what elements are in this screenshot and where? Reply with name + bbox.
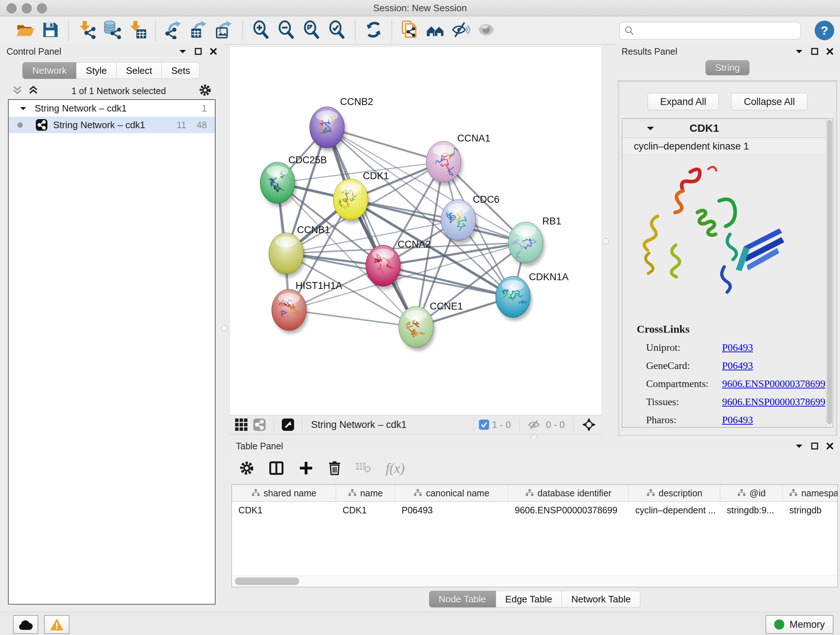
network-view-canvas[interactable]: CCNB2CCNA1CDC25BCDK1CDC6RB1CCNB1CCNA2CDK… xyxy=(229,47,602,415)
zoom-out-button[interactable] xyxy=(276,20,297,41)
memory-status-dot xyxy=(774,619,784,630)
panel-close-icon[interactable] xyxy=(826,48,834,55)
selected-items-checkbox[interactable] xyxy=(479,420,489,430)
duplicate-network-button[interactable] xyxy=(400,20,421,41)
panel-float-icon[interactable] xyxy=(195,48,202,55)
left-splitter-handle[interactable] xyxy=(221,325,227,331)
import-network-from-file-button[interactable] xyxy=(76,20,97,41)
card-scrollbar[interactable] xyxy=(826,119,833,427)
selected-counts: 1 - 0 xyxy=(492,419,511,431)
grid-view-icon[interactable] xyxy=(235,418,248,431)
glass-ball-effect-button[interactable] xyxy=(476,20,497,41)
network-options-gear-icon[interactable] xyxy=(199,84,211,98)
search-box[interactable] xyxy=(619,22,801,40)
network-node-CDKN1A[interactable]: CDKN1A xyxy=(496,272,569,321)
column-header-namespace[interactable]: namespace xyxy=(783,485,838,502)
collapse-all-button[interactable]: Collapse All xyxy=(731,93,807,111)
network-dot-icon xyxy=(17,122,23,128)
crosslink-value-1[interactable]: P06493 xyxy=(722,360,753,371)
collection-expander-icon[interactable] xyxy=(19,106,27,111)
column-header--id[interactable]: @id xyxy=(720,485,783,502)
protein-card-header[interactable]: CDK1 xyxy=(622,119,833,138)
crosslink-row: Tissues:9606.ENSP00000378699 xyxy=(637,396,833,408)
column-header-database-identifier[interactable]: database identifier xyxy=(508,485,629,502)
table-row[interactable]: CDK1CDK1P064939606.ENSP00000378699cyclin… xyxy=(232,502,838,519)
import-network-from-database-button[interactable] xyxy=(102,20,123,41)
crosslink-value-0[interactable]: P06493 xyxy=(722,342,753,353)
network-share-icon[interactable] xyxy=(253,418,265,431)
crosslink-value-2[interactable]: 9606.ENSP00000378699 xyxy=(722,378,825,390)
tab-node-table[interactable]: Node Table xyxy=(429,591,496,608)
protein-card-expander-icon[interactable] xyxy=(646,126,655,131)
network-node-CCNA1[interactable]: CCNA1 xyxy=(426,133,491,186)
delete-row-button[interactable] xyxy=(328,461,341,476)
window-title: Session: New Session xyxy=(0,3,840,14)
add-row-button[interactable] xyxy=(299,461,313,475)
export-table-button[interactable] xyxy=(189,20,210,41)
tab-network-table[interactable]: Network Table xyxy=(562,591,640,608)
memory-button[interactable]: Memory xyxy=(766,615,834,634)
network-node-CCNB2[interactable]: CCNB2 xyxy=(309,96,373,151)
tab-edge-table[interactable]: Edge Table xyxy=(496,591,562,608)
network-node-CCNE1[interactable]: CCNE1 xyxy=(399,301,463,351)
network-node-RB1[interactable]: RB1 xyxy=(508,216,561,266)
function-builder-button[interactable]: f(x) xyxy=(386,460,405,476)
panel-float-icon[interactable] xyxy=(811,442,818,450)
search-input[interactable] xyxy=(635,24,801,38)
refresh-network-view-button[interactable] xyxy=(363,20,384,41)
crosslink-value-3[interactable]: 9606.ENSP00000378699 xyxy=(722,396,825,408)
network-node-CDK1[interactable]: CDK1 xyxy=(333,171,389,223)
tab-sets[interactable]: Sets xyxy=(162,62,200,79)
cloud-services-button[interactable] xyxy=(13,615,38,634)
column-header-shared-name[interactable]: shared name xyxy=(232,485,336,502)
delete-table-button[interactable] xyxy=(356,463,371,473)
column-header-canonical-name[interactable]: canonical name xyxy=(395,485,508,502)
right-splitter-handle[interactable] xyxy=(603,238,609,244)
open-session-button[interactable] xyxy=(14,20,35,41)
column-header-name[interactable]: name xyxy=(336,485,395,502)
network-node-CDC6[interactable]: CDC6 xyxy=(441,194,500,244)
birdseye-view-icon[interactable] xyxy=(282,418,294,431)
table-horizontal-scrollbar[interactable] xyxy=(232,576,837,587)
zoom-in-icon xyxy=(252,20,271,41)
save-session-button[interactable] xyxy=(40,20,61,41)
network-row[interactable]: String Network – cdk1 11 48 xyxy=(9,117,215,133)
panel-menu-icon[interactable] xyxy=(795,443,803,448)
fit-selected-crosshair-icon[interactable] xyxy=(582,417,596,432)
zoom-fit-content-button[interactable] xyxy=(302,20,322,41)
network-collection-row[interactable]: String Network – cdk1 1 xyxy=(9,100,215,117)
crosslink-label-2: Compartments: xyxy=(646,378,722,390)
tab-network[interactable]: Network xyxy=(22,62,76,79)
tab-string[interactable]: String xyxy=(706,60,750,75)
create-column-button[interactable] xyxy=(268,461,284,475)
collapse-all-networks-icon[interactable] xyxy=(12,86,22,96)
export-image-button[interactable] xyxy=(214,20,235,41)
enhanced-labels-button[interactable] xyxy=(450,20,471,41)
panel-menu-icon[interactable] xyxy=(179,49,187,54)
zoom-in-button[interactable] xyxy=(251,20,272,41)
panel-menu-icon[interactable] xyxy=(795,49,803,54)
expand-all-button[interactable]: Expand All xyxy=(647,93,719,111)
network-selection-status: 1 of 1 Network selected xyxy=(38,86,199,96)
panel-float-icon[interactable] xyxy=(811,48,818,55)
hidden-items-eye-icon[interactable] xyxy=(528,419,540,430)
help-button[interactable]: ? xyxy=(815,21,834,40)
column-header-description[interactable]: description xyxy=(629,485,720,502)
zoom-selected-button[interactable] xyxy=(327,20,347,41)
import-table-from-file-button[interactable] xyxy=(127,20,148,41)
string-web-pages-button[interactable] xyxy=(425,20,446,41)
table-settings-gear-button[interactable] xyxy=(240,461,254,475)
column-label: description xyxy=(659,488,703,499)
crosslink-value-4[interactable]: P06493 xyxy=(722,414,753,426)
cytoscape-window: Session: New Session ? Control Panel Net… xyxy=(0,0,840,635)
tab-style[interactable]: Style xyxy=(76,62,117,79)
panel-close-icon[interactable] xyxy=(826,442,834,450)
tab-select[interactable]: Select xyxy=(117,62,162,79)
network-node-HIST1H1A[interactable]: HIST1H1A xyxy=(272,280,342,334)
protein-card: CDK1 cyclin–dependent kinase 1 xyxy=(622,119,833,428)
expand-all-networks-icon[interactable] xyxy=(28,86,38,96)
export-network-button[interactable] xyxy=(164,20,185,41)
string-network-graph[interactable]: CCNB2CCNA1CDC25BCDK1CDC6RB1CCNB1CCNA2CDK… xyxy=(230,47,602,415)
warnings-button[interactable] xyxy=(44,615,69,634)
panel-close-icon[interactable] xyxy=(210,48,217,55)
